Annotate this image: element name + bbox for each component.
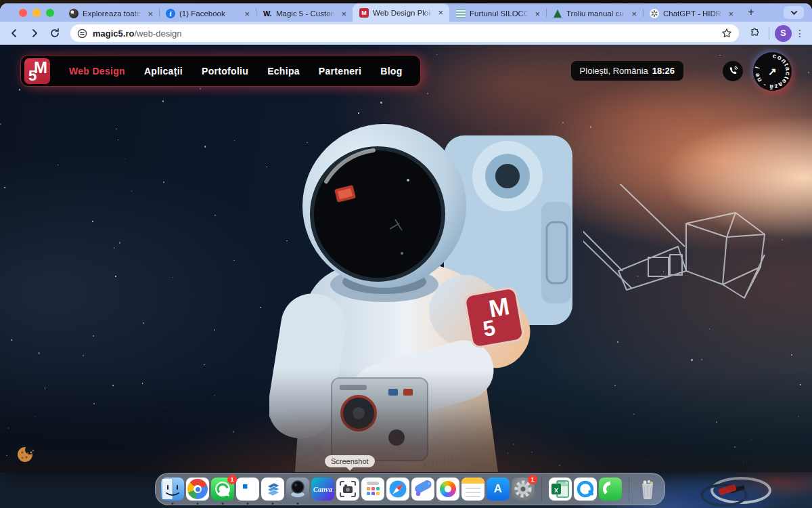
safari-icon[interactable] [386,478,409,501]
desktop: Exploreaza toate caracte × f (1) Faceboo… [0,0,812,508]
cookie-consent-button[interactable] [16,444,35,463]
tab-furtunul[interactable]: Furtunul SILOCORD – so × [449,5,546,22]
windows-app-icon[interactable] [236,478,259,501]
extensions-icon[interactable] [746,24,763,42]
tab-search-button[interactable] [784,6,804,19]
screenshot-app-icon[interactable] [336,478,359,501]
tab-title: ChatGPT - HIDROstore [663,9,722,18]
tab-exploreaza[interactable]: Exploreaza toate caracte × [62,5,159,22]
close-window-button[interactable] [19,9,27,17]
star-decor [204,146,206,148]
nav-parteneri[interactable]: Parteneri [319,66,361,77]
tab-troliu[interactable]: Troliu manual cu cablu T × [546,5,643,22]
star-decor [234,140,235,142]
star-decor [266,167,267,168]
tab-strip: Exploreaza toate caracte × f (1) Faceboo… [0,3,812,22]
star-decor [233,260,235,261]
star-decor [143,322,145,324]
tabs: Exploreaza toate caracte × f (1) Faceboo… [62,3,760,22]
star-decor [743,461,744,463]
tab-chatgpt[interactable]: ChatGPT - HIDROstore × [643,5,740,22]
star-decor [92,221,93,222]
browser-toolbar: magic5.ro/web-design S ⋮ [0,22,812,45]
star-decor [204,364,205,366]
star-decor [614,385,616,387]
settings-icon[interactable]: 1 [512,478,535,501]
star-decor [798,416,799,417]
forward-button[interactable] [26,24,43,42]
bookmark-star-icon[interactable] [721,28,732,39]
star-decor [691,359,693,361]
site-settings-icon[interactable] [77,28,87,39]
phone-call-button[interactable] [723,61,743,81]
location-text: Ploiești, România [580,66,648,76]
star-decor [214,395,215,396]
tab-close-icon[interactable]: × [339,9,348,19]
tab-close-icon[interactable]: × [726,9,736,19]
reload-button[interactable] [46,24,64,42]
chrome-icon[interactable] [186,478,209,501]
minimize-window-button[interactable] [32,9,41,17]
whatsapp-icon[interactable]: 1 [211,478,234,501]
colors-circle-icon [69,9,78,18]
phone-app-icon[interactable] [599,478,622,501]
photos-icon[interactable] [436,478,459,501]
whatsapp-badge: 1 [227,475,237,484]
3d-layers-app-icon[interactable] [261,478,284,501]
tab-close-icon[interactable]: × [629,9,639,19]
nav-portofoliu[interactable]: Portofoliu [202,66,248,77]
camera-lens-app-icon[interactable] [286,478,309,501]
webflow-icon: W. [263,9,272,18]
time-text: 18:26 [652,66,675,76]
wireframe-spacecraft [583,184,786,313]
excel-icon[interactable]: x [549,478,572,501]
star-decor [8,427,9,429]
trash-icon[interactable] [636,478,659,501]
nav-web-design[interactable]: Web Design [69,66,125,77]
finder-icon[interactable] [161,478,184,501]
new-tab-button[interactable]: + [742,3,760,21]
nav-echipa[interactable]: Echipa [267,66,300,77]
star-decor [701,359,703,361]
nav-aplicatii[interactable]: Aplicații [144,66,183,77]
zoom-window-button[interactable] [46,9,54,17]
magic5-logo[interactable]: M 5 [24,58,50,84]
chevron-down-icon [790,8,797,15]
url-text[interactable]: magic5.ro/web-design [93,28,182,39]
cookie-icon [16,444,35,463]
tab-web-design-active[interactable]: M Web Design Ploiești Rom × [353,3,449,22]
canva-icon[interactable]: Canva [311,478,334,501]
quicktime-icon[interactable] [574,478,597,501]
notes-icon[interactable] [461,478,484,501]
hose-icon [456,9,466,18]
star-decor [58,165,59,166]
launchpad-icon[interactable] [361,478,384,501]
star-decor [6,455,7,457]
contact-badge-button[interactable]: contactează - ne ! ↗ [753,52,792,91]
browser-menu-icon[interactable]: ⋮ [794,32,805,35]
toolbar-separator [769,27,769,39]
tab-magic5-webflow[interactable]: W. Magic 5 - Custom web d × [256,5,353,22]
address-bar[interactable]: magic5.ro/web-design [70,24,739,42]
journal-app-icon[interactable] [411,478,434,501]
tab-close-icon[interactable]: × [533,9,542,19]
tab-facebook[interactable]: f (1) Facebook × [159,5,256,22]
arrow-up-right-icon: ↗ [768,66,777,78]
tab-close-icon[interactable]: × [242,9,252,19]
star-decor [173,277,174,278]
nav-blog[interactable]: Blog [380,66,402,77]
tab-close-icon[interactable]: × [145,9,155,19]
star-decor [633,414,635,415]
app-store-icon[interactable]: A [487,478,510,501]
star-decor [716,421,717,423]
star-decor [115,276,116,277]
profile-avatar[interactable]: S [775,25,792,42]
back-button[interactable] [5,24,23,42]
facebook-icon: f [166,9,175,18]
star-decor [125,158,126,160]
dock: 1 Canva [155,473,665,505]
star-decor [233,431,235,433]
tab-close-icon[interactable]: × [436,7,445,18]
tab-title: Web Design Ploiești Rom [373,9,432,17]
canva-label: Canva [313,486,332,493]
